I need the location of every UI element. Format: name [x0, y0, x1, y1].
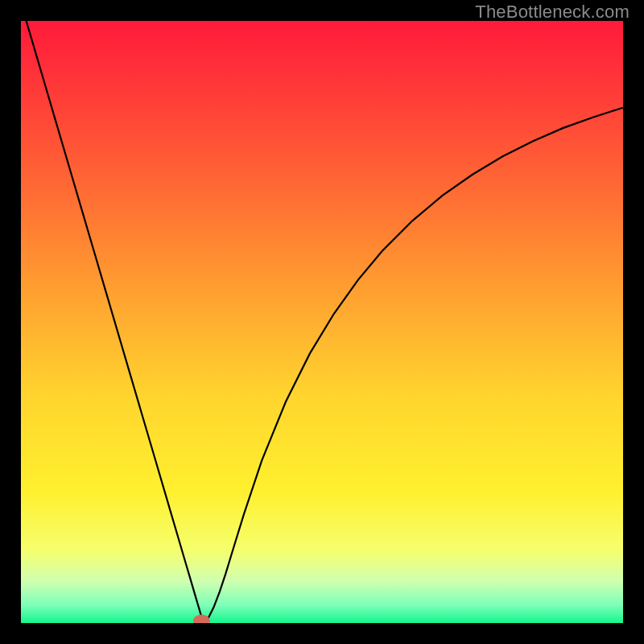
plot-area — [21, 21, 623, 623]
chart-svg — [21, 21, 623, 623]
watermark-text: TheBottleneck.com — [475, 2, 630, 23]
gradient-background — [21, 21, 623, 623]
chart-container: TheBottleneck.com — [0, 0, 644, 644]
